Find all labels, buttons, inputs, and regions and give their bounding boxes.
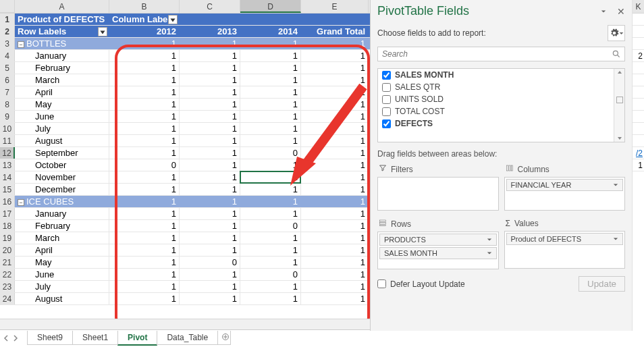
row-label[interactable]: September (15, 147, 109, 159)
cell[interactable]: 1 (240, 208, 301, 219)
search-input[interactable] (377, 47, 625, 61)
cell[interactable]: 0 (109, 159, 180, 171)
row-label[interactable]: June (15, 111, 109, 122)
row-label[interactable]: December (15, 184, 109, 195)
cell[interactable] (633, 123, 644, 135)
cell[interactable]: 1 (109, 220, 180, 232)
cell[interactable] (633, 62, 644, 74)
row-num[interactable]: 7 (0, 86, 15, 98)
cell[interactable]: 1 (109, 257, 180, 268)
col-header-A[interactable]: A (15, 0, 109, 13)
cell[interactable]: 1 (180, 99, 240, 110)
field-checkbox[interactable] (382, 83, 391, 92)
cell[interactable]: 1 (301, 123, 369, 134)
cell[interactable]: 1 (301, 38, 369, 49)
row-num[interactable]: 5 (0, 62, 15, 74)
cell[interactable]: 1 (301, 196, 369, 207)
row-num[interactable]: 12 (0, 147, 15, 159)
col-header-D[interactable]: D (240, 0, 301, 13)
row-num[interactable]: 6 (0, 74, 15, 86)
row-num[interactable]: 24 (0, 293, 15, 304)
row-num[interactable]: 22 (0, 269, 15, 280)
year-2012[interactable]: 2012 (109, 26, 180, 37)
row-labels-cell[interactable]: Row Labels (15, 26, 109, 37)
pt-columns-label[interactable]: Column Labels (109, 14, 180, 25)
cell[interactable]: 1 (240, 184, 301, 195)
update-button[interactable]: Update (579, 276, 625, 292)
row-labels-dropdown[interactable] (98, 27, 107, 36)
cell[interactable]: 0 (240, 269, 301, 280)
row-field-pill-2[interactable]: SALES MONTH (379, 247, 497, 259)
year-2014[interactable]: 2014 (240, 26, 301, 37)
row-num[interactable]: 4 (0, 50, 15, 61)
row-label[interactable]: August (15, 135, 109, 146)
field-checkbox[interactable] (382, 71, 391, 80)
cell[interactable]: 1 (109, 196, 180, 207)
panel-dropdown[interactable] (601, 7, 606, 16)
field-checkbox-row[interactable]: DEFECTS (378, 117, 624, 130)
field-checkbox[interactable] (382, 119, 391, 128)
cell[interactable]: 1 (109, 281, 180, 292)
cell[interactable]: 1 (240, 99, 301, 110)
cell[interactable]: 1 (301, 208, 369, 219)
cell[interactable]: 1 (109, 293, 180, 304)
cell[interactable] (240, 14, 301, 25)
row-label[interactable]: March (15, 74, 109, 86)
cell[interactable]: 1 (240, 123, 301, 134)
cell[interactable]: 1 (180, 269, 240, 280)
cell[interactable]: 1 (109, 269, 180, 280)
close-icon[interactable]: ✕ (617, 6, 625, 17)
cell[interactable]: 1 (240, 50, 301, 61)
cell[interactable]: 1 (180, 281, 240, 292)
cell[interactable]: 1 (109, 171, 180, 183)
cell[interactable] (633, 74, 644, 86)
defer-layout-checkbox[interactable]: Defer Layout Update (377, 279, 465, 289)
row-num[interactable]: 14 (0, 171, 15, 183)
cell[interactable]: 1 (180, 62, 240, 74)
collapse-icon[interactable]: − (18, 41, 24, 48)
cell[interactable]: 1 (109, 99, 180, 110)
cell[interactable]: 1 (240, 62, 301, 74)
field-checkbox-row[interactable]: UNITS SOLD (378, 93, 624, 105)
year-2013[interactable]: 2013 (180, 26, 240, 37)
cell[interactable]: 1 (301, 50, 369, 61)
cell[interactable]: 1 (301, 135, 369, 146)
cell[interactable]: 1 (109, 244, 180, 256)
column-labels-dropdown[interactable] (168, 15, 178, 24)
gear-button[interactable] (608, 25, 625, 41)
cell[interactable]: 1 (240, 171, 301, 183)
row-num[interactable]: 9 (0, 111, 15, 122)
row-label[interactable]: February (15, 220, 109, 232)
cell[interactable]: 1 (109, 232, 180, 244)
cell[interactable] (633, 111, 644, 123)
row-num[interactable]: 15 (0, 184, 15, 195)
cell[interactable]: 1 (240, 196, 301, 207)
cell[interactable] (301, 14, 369, 25)
cell[interactable]: 1 (180, 244, 240, 256)
col-header-K[interactable]: K (633, 0, 644, 14)
cell[interactable]: 1 (301, 293, 369, 304)
row-label[interactable]: March (15, 232, 109, 244)
field-checkbox[interactable] (382, 107, 391, 116)
row-label[interactable]: April (15, 244, 109, 256)
fields-scrollbar[interactable] (614, 69, 624, 142)
row-num[interactable]: 17 (0, 208, 15, 219)
row-num[interactable]: 8 (0, 99, 15, 110)
cell[interactable]: 1 (240, 281, 301, 292)
rows-dropzone[interactable]: PRODUCTS SALES MONTH (377, 232, 499, 269)
field-checkbox-row[interactable]: TOTAL COST (378, 105, 624, 117)
col-header-C[interactable]: C (180, 0, 240, 13)
cell[interactable]: 0 (240, 220, 301, 232)
row-label[interactable]: February (15, 62, 109, 74)
tab-pivot[interactable]: Pivot (117, 331, 157, 346)
cell[interactable]: 2 (633, 50, 644, 62)
collapse-icon[interactable]: − (18, 199, 24, 206)
row-label[interactable]: January (15, 50, 109, 61)
val-field-pill[interactable]: Product of DEFECTS (506, 233, 624, 245)
cell[interactable]: 1 (109, 74, 180, 86)
tab-nav[interactable] (3, 335, 19, 342)
cell[interactable] (633, 99, 644, 111)
cell[interactable]: 1 (180, 293, 240, 304)
row-num[interactable]: 11 (0, 135, 15, 146)
col-header-B[interactable]: B (109, 0, 180, 13)
